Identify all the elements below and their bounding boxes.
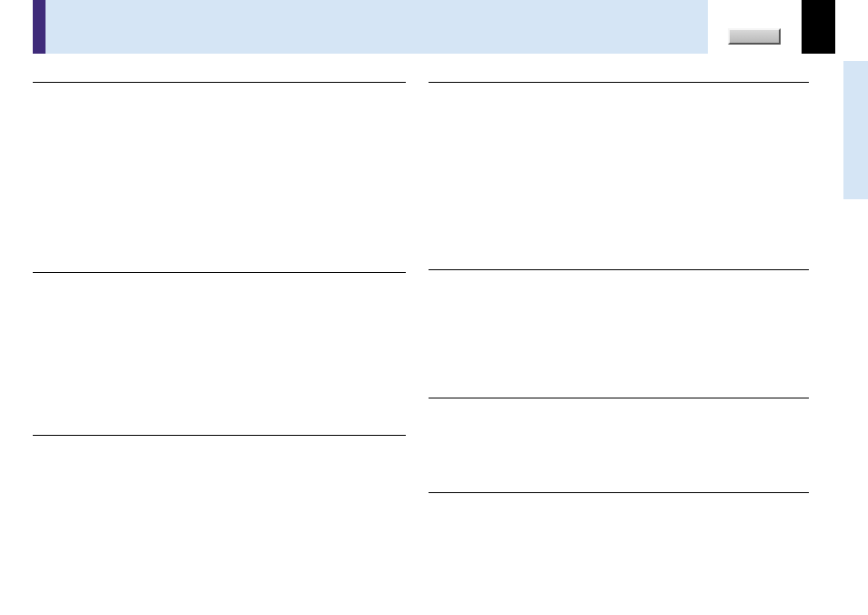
divider-left-2 [33, 272, 406, 273]
divider-right-3 [429, 398, 809, 398]
divider-left-1 [33, 82, 406, 83]
header-button[interactable] [728, 28, 781, 45]
divider-left-3 [33, 435, 406, 436]
header-black-box [802, 0, 835, 54]
divider-right-1 [429, 82, 809, 83]
side-tab [843, 61, 868, 199]
divider-right-2 [429, 269, 809, 270]
header-accent-bar [33, 0, 45, 54]
divider-right-4 [429, 492, 809, 493]
